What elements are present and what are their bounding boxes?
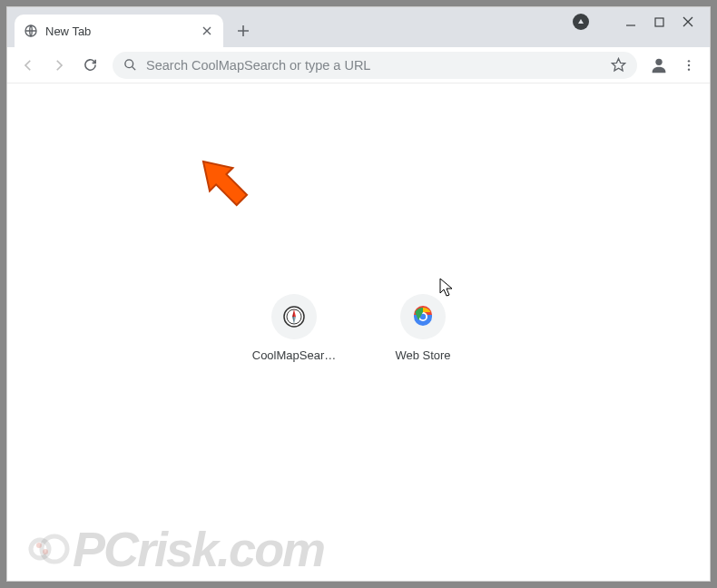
svg-marker-4 [612, 58, 624, 70]
back-button[interactable] [15, 52, 42, 79]
new-tab-button[interactable] [231, 18, 256, 44]
profile-avatar[interactable] [646, 53, 672, 78]
chrome-icon [412, 306, 434, 328]
globe-icon [24, 24, 38, 38]
kebab-menu-button[interactable] [675, 52, 702, 79]
reload-button[interactable] [76, 52, 103, 79]
svg-marker-1 [578, 19, 584, 24]
address-input[interactable] [146, 58, 602, 73]
close-window-button[interactable] [683, 16, 693, 27]
shortcut-label: CoolMapSear… [252, 348, 337, 362]
shortcut-tile [400, 294, 446, 339]
svg-marker-17 [192, 150, 253, 211]
svg-point-3 [125, 60, 133, 68]
bookmark-star-icon[interactable] [611, 57, 626, 73]
svg-point-6 [688, 60, 690, 62]
annotation-arrow [189, 147, 261, 223]
compass-icon [283, 306, 305, 328]
browser-window: New Tab [6, 6, 711, 582]
omnibox[interactable] [113, 52, 637, 79]
forward-button[interactable] [45, 52, 73, 79]
shortcut-label: Web Store [395, 348, 450, 362]
svg-point-8 [688, 68, 690, 70]
svg-point-5 [655, 58, 662, 64]
shortcut-coolmapsearch[interactable]: CoolMapSear… [243, 294, 345, 362]
close-tab-button[interactable] [200, 24, 214, 38]
shortcuts-row: CoolMapSear… Web Store [7, 294, 710, 362]
window-controls [556, 7, 710, 36]
toolbar [7, 47, 710, 83]
maximize-button[interactable] [654, 17, 664, 27]
tab-title: New Tab [45, 24, 192, 38]
shortcut-tile [271, 294, 317, 339]
titlebar: New Tab [7, 7, 710, 47]
svg-point-7 [688, 64, 690, 65]
shortcut-web-store[interactable]: Web Store [372, 294, 474, 362]
svg-rect-2 [655, 18, 663, 26]
search-icon [123, 58, 137, 72]
tab-new-tab[interactable]: New Tab [15, 15, 223, 47]
minimize-button[interactable] [625, 16, 636, 27]
extension-badge-icon[interactable] [573, 14, 589, 30]
content-area: CoolMapSear… Web Store [7, 83, 710, 581]
